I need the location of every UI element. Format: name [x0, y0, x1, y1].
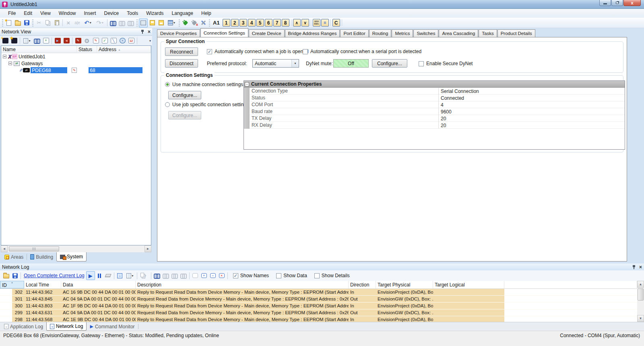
minimize-button[interactable] — [599, 0, 611, 6]
remove-comment-button[interactable]: − — [208, 271, 217, 280]
tab-network-log[interactable]: ≡Network Log — [46, 322, 87, 331]
tab-bridge-address-ranges[interactable]: Bridge Address Ranges — [285, 29, 340, 37]
add-device-wizard-button[interactable]: ★ — [10, 36, 19, 45]
device-address-selected[interactable]: 68 — [89, 67, 142, 73]
tab-connection-settings[interactable]: Connection Settings — [200, 28, 248, 37]
close-panel-icon[interactable]: × — [639, 265, 642, 270]
find-previous-log-button[interactable] — [170, 271, 179, 280]
tab-system[interactable]: System — [56, 252, 87, 262]
disconnect-button[interactable]: Disconnect — [165, 59, 198, 68]
collapse-expander-icon[interactable] — [8, 62, 12, 65]
job-configure-button[interactable]: Configure... — [168, 111, 201, 119]
open-log-button[interactable] — [2, 271, 10, 280]
cut-button[interactable]: ✂ — [35, 19, 43, 27]
scroll-left-button[interactable]: ◄ — [1, 245, 8, 252]
rename-button[interactable]: a|e — [73, 19, 82, 27]
save-log-button[interactable] — [10, 271, 19, 280]
paste-button[interactable] — [52, 19, 61, 27]
copy-dropdown-icon[interactable]: ▾ — [144, 274, 146, 278]
menu-file[interactable]: File — [4, 9, 20, 18]
columns-dropdown-icon[interactable]: ▾ — [132, 274, 133, 278]
undo-dropdown-icon[interactable]: ▾ — [90, 21, 91, 25]
machine-settings-radio[interactable] — [165, 82, 170, 87]
renumber-button[interactable]: 12 — [127, 36, 136, 45]
pause-logging-button[interactable] — [95, 271, 104, 280]
find-button[interactable] — [109, 19, 118, 27]
tab-command-monitor[interactable]: ▶Command Monitor — [87, 322, 138, 331]
job-settings-radio[interactable] — [165, 102, 170, 107]
copy-button[interactable] — [43, 19, 52, 27]
scroll-down-button[interactable]: ▼ — [637, 315, 644, 322]
property-row[interactable]: RX Delay20 — [244, 122, 625, 129]
auto-connect-serial-checkbox[interactable] — [303, 49, 308, 54]
log-row[interactable]: 30211:44:43.962AC 16 9B DC 00 44 DA 00 0… — [0, 289, 637, 296]
tree-row-device[interactable]: ✎ ⇄ PDEG68 ✎ 68 — [1, 67, 151, 74]
menu-edit[interactable]: Edit — [20, 9, 36, 18]
tab-switches[interactable]: Switches — [413, 29, 438, 37]
new-button[interactable]: ★ — [4, 19, 13, 27]
task-list-button[interactable]: ≡ — [321, 19, 329, 27]
property-row[interactable]: TX Delay20 — [244, 115, 625, 122]
column-header-local-time[interactable]: Local Time — [24, 281, 61, 288]
auto-connect-job-checkbox[interactable]: ✓ — [207, 49, 212, 54]
pin-icon[interactable] — [140, 29, 144, 34]
clear-log-button[interactable] — [104, 271, 113, 280]
settings-gear-button[interactable]: ⚙ — [83, 36, 91, 45]
find-next-button[interactable] — [118, 19, 126, 27]
show-names-checkbox[interactable]: ✓ — [233, 273, 238, 278]
find-next-log-button[interactable] — [161, 271, 170, 280]
collapse-icon[interactable]: − — [245, 82, 249, 86]
column-header-address[interactable]: Address▲ — [97, 46, 151, 53]
redo-dropdown-icon[interactable]: ▾ — [102, 21, 103, 25]
menu-wizards[interactable]: Wizards — [142, 9, 167, 18]
start-logging-button[interactable]: ▶ — [86, 271, 95, 280]
collapse-expander-icon[interactable] — [3, 55, 6, 58]
autoscroll-button[interactable]: ↓ — [116, 271, 124, 280]
column-header-direction[interactable]: Direction — [349, 281, 376, 288]
tab-product-details[interactable]: Product Details — [497, 29, 535, 37]
sign-off-button[interactable]: ✎ — [74, 36, 83, 45]
preset-button-4[interactable]: 4 — [248, 19, 256, 27]
property-row[interactable]: Baud rate9600 — [244, 108, 625, 115]
verify-button[interactable]: ✓ — [100, 36, 109, 45]
tree-row-gateways[interactable]: ⇄ Gateways — [1, 60, 151, 67]
edit-addresses-button[interactable]: ✎ — [91, 36, 100, 45]
property-row[interactable]: StatusConnected — [244, 95, 625, 101]
combo-dropdown-icon[interactable]: ▾ — [291, 60, 299, 67]
preset-button-5[interactable]: 5 — [256, 19, 264, 27]
preset-button-7[interactable]: 7 — [273, 19, 281, 27]
close-button[interactable]: x — [623, 0, 641, 6]
scrollbar-thumb[interactable] — [638, 288, 644, 301]
schedule-clock-button[interactable]: ◔ — [118, 36, 127, 45]
preset-button-1[interactable]: 1 — [223, 19, 230, 27]
column-header-target-logical[interactable]: Target Logical — [433, 281, 504, 288]
column-header-target-physical[interactable]: Target Physical — [376, 281, 433, 288]
menu-tools[interactable]: Tools — [123, 9, 142, 18]
wizard-button[interactable]: ╲ — [109, 36, 118, 45]
pin-icon[interactable] — [632, 265, 636, 270]
delete-comments-button[interactable]: × — [217, 271, 226, 280]
connect-button[interactable] — [181, 19, 190, 27]
disconnect-button[interactable]: x — [190, 19, 199, 27]
menu-device[interactable]: Device — [100, 9, 123, 18]
open-complete-log-link[interactable]: Open Complete Current Log — [24, 273, 85, 278]
column-header-id[interactable]: ▲ID — [0, 281, 24, 288]
secure-dynet-checkbox[interactable] — [419, 61, 424, 66]
device-name-selected[interactable]: PDEG68 — [31, 67, 67, 73]
preset-up-button[interactable]: ∧ — [293, 19, 301, 27]
status-edit-icon[interactable]: ✎ — [72, 68, 77, 73]
scroll-right-button[interactable]: ► — [144, 245, 151, 252]
log-panel-button[interactable] — [157, 19, 165, 27]
menu-language[interactable]: Language — [168, 9, 197, 18]
log-row[interactable]: 30111:44:43.845AC 04 9A DA 00 01 DC 00 4… — [0, 296, 637, 303]
tab-building[interactable]: Building — [27, 252, 56, 262]
tree-row-root[interactable]: X EP UntitledJob1 — [1, 53, 151, 60]
raw-dynet-button[interactable]: 10100101 — [313, 19, 320, 27]
column-header-name[interactable]: Name — [1, 46, 77, 53]
tab-tasks[interactable]: Tasks — [479, 29, 497, 37]
property-row[interactable]: Connection TypeSerial Connection — [244, 88, 625, 95]
column-header-data[interactable]: Data — [61, 281, 136, 288]
tab-area-cascading[interactable]: Area Cascading — [439, 29, 478, 37]
column-header-status[interactable]: Status — [77, 46, 97, 53]
tab-areas[interactable]: Areas — [1, 252, 27, 262]
